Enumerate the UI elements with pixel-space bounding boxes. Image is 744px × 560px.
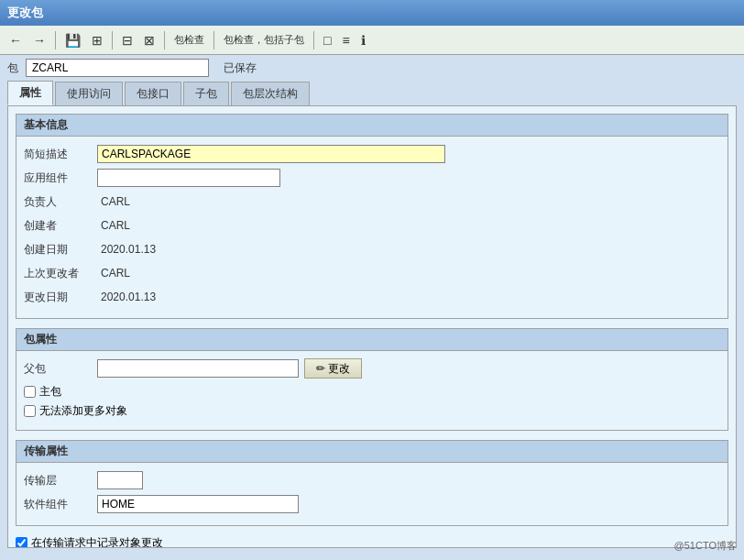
- no-add-row: 无法添加更多对象: [24, 403, 720, 419]
- package-input[interactable]: [26, 59, 209, 77]
- tab-subpackages[interactable]: 子包: [183, 82, 229, 105]
- transfer-layer-input[interactable]: [97, 471, 143, 489]
- save-button[interactable]: 💾: [61, 31, 84, 49]
- save-status: 已保存: [224, 60, 257, 76]
- responsible-value: CARL: [97, 194, 134, 209]
- transfer-layer-row: 传输层: [24, 470, 720, 490]
- title-text: 更改包: [7, 5, 43, 21]
- separator-1: [55, 31, 56, 49]
- separator-2: [112, 31, 113, 49]
- forward-button[interactable]: →: [29, 31, 49, 49]
- transfer-props-body: 传输层 软件组件: [16, 462, 728, 526]
- tab-package-interface[interactable]: 包接口: [125, 82, 181, 105]
- last-changer-row: 上次更改者 CARL: [24, 263, 720, 283]
- parent-pkg-label: 父包: [24, 361, 97, 377]
- header-row: 包 已保存: [0, 55, 744, 81]
- create-date-row: 创建日期 2020.01.13: [24, 239, 720, 259]
- basic-info-title: 基本信息: [16, 114, 728, 136]
- check-with-sub-button[interactable]: 包检查，包括子包: [220, 31, 308, 49]
- app-component-row: 应用组件: [24, 168, 720, 188]
- basic-info-body: 简短描述 应用组件 负责人 CARL 创建者 CARL 创建日期 2020.01…: [16, 136, 728, 319]
- software-component-label: 软件组件: [24, 497, 97, 512]
- last-changer-value: CARL: [97, 266, 134, 280]
- icon-btn-3[interactable]: □: [320, 31, 334, 49]
- toolbar: ← → 💾 ⊞ ⊟ ⊠ 包检查 包检查，包括子包 □ ≡ ℹ: [0, 26, 744, 55]
- short-desc-row: 简短描述: [24, 144, 720, 164]
- copy-button[interactable]: ⊞: [88, 31, 106, 49]
- software-component-input[interactable]: [97, 495, 299, 513]
- check-button[interactable]: 包检查: [170, 31, 208, 49]
- icon-btn-1[interactable]: ⊟: [118, 31, 137, 49]
- basic-info-section: 基本信息 简短描述 应用组件 负责人 CARL 创建者 CARL: [16, 114, 728, 319]
- tabs-row: 属性 使用访问 包接口 子包 包层次结构: [0, 81, 744, 105]
- change-date-label: 更改日期: [24, 290, 97, 305]
- short-desc-input[interactable]: [97, 145, 445, 163]
- change-date-row: 更改日期 2020.01.13: [24, 287, 720, 307]
- separator-4: [213, 31, 214, 49]
- pencil-icon: ✏: [316, 362, 325, 375]
- transfer-props-title: 传输属性: [16, 440, 728, 462]
- package-props-section: 包属性 父包 ✏ 更改 主包 无法添加更多对象: [16, 328, 728, 431]
- creator-value: CARL: [97, 218, 134, 233]
- package-label: 包: [7, 60, 18, 76]
- title-bar: 更改包: [0, 0, 744, 26]
- last-changer-label: 上次更改者: [24, 266, 97, 281]
- app-component-input[interactable]: [97, 169, 280, 187]
- change-date-value: 2020.01.13: [97, 290, 159, 304]
- record-changes-checkbox[interactable]: [16, 537, 27, 548]
- record-changes-label: 在传输请求中记录对象更改: [31, 535, 163, 548]
- package-props-title: 包属性: [16, 328, 728, 350]
- transfer-props-section: 传输属性 传输层 软件组件: [16, 440, 728, 526]
- tab-usage-access[interactable]: 使用访问: [55, 82, 123, 105]
- bottom-note: 在传输请求中记录对象更改: [16, 535, 728, 548]
- main-pkg-label: 主包: [39, 384, 61, 400]
- icon-btn-2[interactable]: ⊠: [140, 31, 159, 49]
- tab-hierarchy[interactable]: 包层次结构: [231, 82, 310, 105]
- separator-5: [313, 31, 314, 49]
- software-component-row: 软件组件: [24, 494, 720, 514]
- transfer-layer-label: 传输层: [24, 473, 97, 489]
- separator-3: [164, 31, 165, 49]
- package-props-body: 父包 ✏ 更改 主包 无法添加更多对象: [16, 350, 728, 431]
- no-add-label: 无法添加更多对象: [39, 403, 127, 419]
- main-content: 基本信息 简短描述 应用组件 负责人 CARL 创建者 CARL: [7, 105, 737, 548]
- parent-pkg-input[interactable]: [97, 359, 299, 378]
- back-button[interactable]: ←: [5, 31, 26, 49]
- parent-pkg-row: 父包 ✏ 更改: [24, 358, 720, 379]
- creator-row: 创建者 CARL: [24, 215, 720, 236]
- main-pkg-row: 主包: [24, 384, 720, 400]
- create-date-value: 2020.01.13: [97, 242, 159, 257]
- responsible-row: 负责人 CARL: [24, 192, 720, 212]
- short-desc-label: 简短描述: [24, 147, 97, 162]
- create-date-label: 创建日期: [24, 242, 97, 258]
- change-btn-label: 更改: [328, 362, 350, 375]
- creator-label: 创建者: [24, 218, 97, 234]
- no-add-checkbox[interactable]: [24, 405, 36, 417]
- icon-btn-4[interactable]: ≡: [338, 31, 353, 49]
- change-button[interactable]: ✏ 更改: [304, 358, 362, 379]
- watermark: @51CTO博客: [674, 539, 737, 553]
- main-pkg-checkbox[interactable]: [24, 386, 36, 398]
- tab-properties[interactable]: 属性: [7, 81, 53, 105]
- responsible-label: 负责人: [24, 194, 97, 210]
- app-component-label: 应用组件: [24, 170, 97, 186]
- info-button[interactable]: ℹ: [357, 31, 369, 49]
